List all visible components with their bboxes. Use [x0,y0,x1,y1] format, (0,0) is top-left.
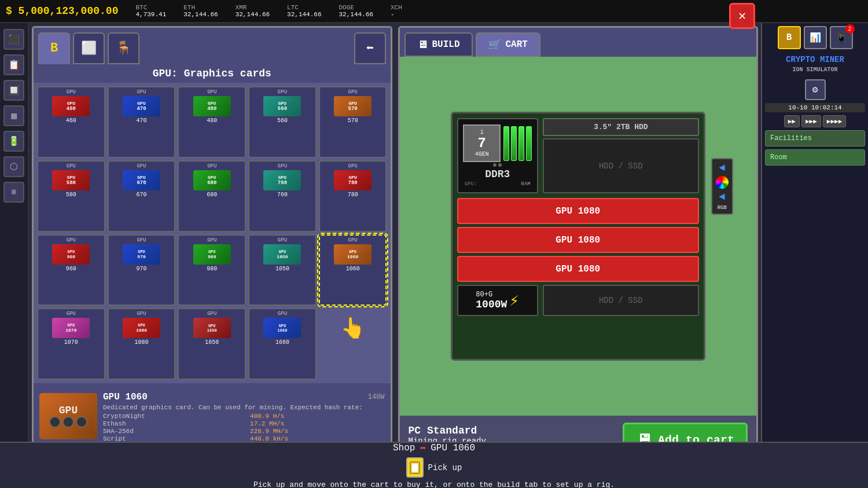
sidebar-icon-battery[interactable]: 🔋 [3,131,24,152]
tab-cart[interactable]: 🛒 CART [476,32,540,57]
gpu-image-760: GPU 760 [263,170,301,190]
gpu-image-460: GPU 460 [52,96,90,116]
gpu-image-960: GPU 960 [52,244,90,265]
time-display: 10-10 10:02:14 [765,103,865,112]
ffwd-btn[interactable]: ▶▶▶ [801,115,821,127]
tab-build[interactable]: 🖥 BUILD [404,32,473,57]
gpu-card-1650[interactable]: GPU GPU 1650 1650 [178,308,246,380]
gpu-image-980: GPU 980 [193,244,231,265]
hdd-ssd-top: HDD / SSD [543,138,699,193]
mb-right-area: 3.5" 2TB HDD HDD / SSD [543,118,699,193]
gpu-image-480: GPU 480 [193,96,231,116]
right-sidebar: B 📊 📱 2 CRYPTO MINER ION SIMULATOR ⚙ 10-… [761,23,868,488]
gpu-image-1060: GPU 1060 [334,244,372,265]
stats-icon-right[interactable]: 📊 [804,26,827,49]
ram-sticks [503,126,532,161]
crypto-xmr: XMR 32,144.66 [236,4,270,18]
money-display: $ 5,000,123,000.00 [6,5,118,17]
fffwd-btn[interactable]: ▶▶▶▶ [823,115,847,127]
left-sidebar: ⬛ 📋 🔲 ▦ 🔋 ⬡ ❄ [0,23,29,488]
gpu-card-970[interactable]: GPU GPU 970 970 [108,234,176,306]
tab-bitcoin[interactable]: B [38,32,70,64]
gpu-image-1050: GPU 1050 [263,244,301,265]
gpu-slot-1: GPU 1080 [457,198,699,224]
ram-stick-1 [503,126,509,161]
ram-stick-3 [518,126,524,161]
sidebar-icon-grid[interactable]: ▦ [3,105,24,126]
gpu-card-980[interactable]: GPU GPU 980 980 [178,234,246,306]
bottom-bar: Shop ➡ GPU 1060 Pick up Pick up and move… [0,442,868,488]
build-area: i 7 4GEN [400,57,757,416]
pc-motherboard: i 7 4GEN [451,112,705,361]
gpu-card-570[interactable]: GPU GPU 570 570 [319,86,387,158]
gpu-card-560[interactable]: GPU GPU 560 560 [248,86,317,158]
gpu-card-480[interactable]: GPU GPU 480 480 [178,86,246,158]
gpu-card-680[interactable]: GPU GPU 680 680 [178,160,246,232]
room-item[interactable]: Room [765,149,865,166]
gpu-image-970: GPU 970 [123,244,160,265]
gpu-image-670: GPU 670 [123,170,160,190]
pickup-container: Pick up [406,457,462,478]
cpu-ram-row: i 7 4GEN [463,124,532,162]
mb-top-row: i 7 4GEN [457,118,699,193]
close-button[interactable]: ✕ [729,3,755,29]
gpu-slot-2: GPU 1080 [457,227,699,253]
bitcoin-icon-right[interactable]: B [778,26,801,49]
gpu-card-1080[interactable]: GPU GPU 1080 1080 [108,308,176,380]
gpu-card-960[interactable]: GPU GPU 960 960 [37,234,105,306]
shop-panel: B ⬜ 🪑 ⬅ GPU: Graphics cards GPU GP [32,26,392,466]
gpu-image-470: GPU 470 [123,96,160,116]
gpu-image-1660: GPU 1660 [263,318,301,338]
pc-case-wrapper: i 7 4GEN [451,112,705,361]
pickup-icon [406,457,424,478]
gpu-slots-area: GPU 1080 GPU 1080 GPU 1080 [457,198,699,282]
tab-chair[interactable]: 🪑 [108,32,139,64]
hash-rate-table: CryptoNight 400.9 H/s Ethash 17.2 MH/s S… [103,413,385,442]
hdd-bottom: HDD / SSD [543,285,699,316]
facilities-item[interactable]: Facilities [765,130,865,146]
game-title: CRYPTO MINER ION SIMULATOR [786,55,844,74]
ram-area [503,126,532,161]
play-btn[interactable]: ▶▶ [784,115,800,127]
gpu-card-1060[interactable]: GPU GPU 1060 1060 [319,234,387,306]
cpu-chip: i 7 4GEN [463,124,501,162]
ram-stick-4 [526,126,532,161]
gpu-card-580[interactable]: GPU GPU 580 580 [37,160,105,232]
build-icon: 🖥 [417,39,428,51]
rgb-panel[interactable]: ◄ ◄ RGB [711,158,733,215]
breadcrumb-arrow: ➡ [420,442,426,454]
cpu-area: i 7 4GEN [457,118,538,193]
gpu-card-1070[interactable]: GPU GPU 1070 1070 [37,308,105,380]
sidebar-icon-list[interactable]: 📋 [3,54,24,75]
gpu-card-470[interactable]: GPU GPU 470 470 [108,86,176,158]
rgb-label: RGB [718,205,727,211]
notification-icon-right[interactable]: 📱 2 [830,26,853,49]
gpu-image-580: GPU 580 [52,170,90,190]
crypto-doge: DOGE 32,144.66 [339,4,373,18]
gpu-image-570: GPU 570 [334,96,372,116]
gpu-card-1660[interactable]: GPU GPU 1660 1660 [248,308,317,380]
playback-controls: ▶▶ ▶▶▶ ▶▶▶▶ [784,115,847,127]
gpu-card-460[interactable]: GPU GPU 460 460 [37,86,105,158]
sidebar-icon-cube[interactable]: ⬛ [3,29,24,50]
rgb-arrow-2: ◄ [719,191,725,203]
tab-back[interactable]: ⬅ [354,32,386,64]
gpu-card-670[interactable]: GPU GPU 670 670 [108,160,176,232]
ram-stick-2 [511,126,517,161]
sidebar-icon-fan[interactable]: ❄ [3,182,24,203]
gpu-image-1080: GPU 1080 [123,318,160,338]
tab-motherboard[interactable]: ⬜ [73,32,105,64]
gpu-detail-image: GPU [39,393,97,439]
build-panel: 🖥 BUILD 🛒 CART [398,26,759,466]
gpu-card-1050[interactable]: GPU GPU 1050 1050 [248,234,317,306]
sidebar-icon-chip[interactable]: 🔲 [3,80,24,101]
rgb-arrow-1: ◄ [719,162,725,174]
gpu-card-780[interactable]: GPU GPU 780 780 [319,160,387,232]
rgb-wheel [716,176,729,189]
sidebar-icon-cylinder[interactable]: ⬡ [3,156,24,177]
gpu-card-760[interactable]: GPU GPU 760 760 [248,160,317,232]
settings-icon[interactable]: ⚙ [805,79,826,100]
psu-unit: 80+G 1000W ⚡ [457,285,538,316]
gpu-image-1650: GPU 1650 [193,318,231,338]
cart-icon: 🛒 [488,38,501,51]
